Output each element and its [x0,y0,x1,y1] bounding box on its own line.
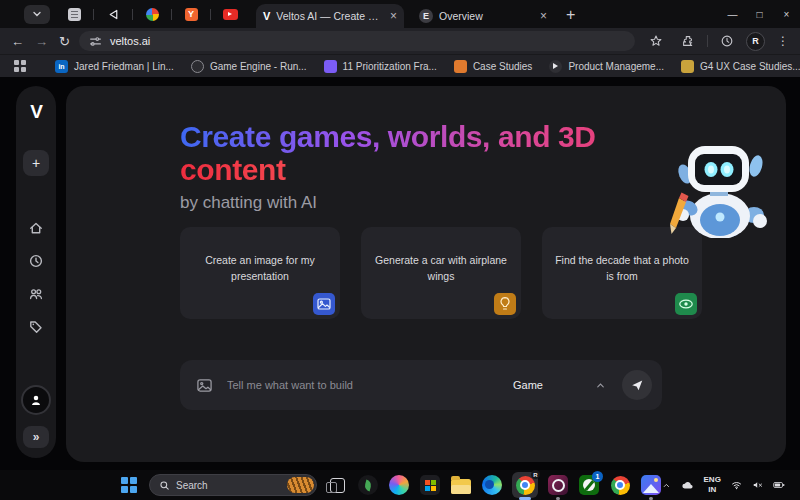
attach-image-icon[interactable] [196,377,213,394]
suggestion-card-decade[interactable]: Find the decade that a photo is from [542,227,702,319]
windows-taskbar: Search R 1 EN [0,470,800,500]
prompt-input[interactable] [225,378,513,392]
product-management-icon [549,60,562,73]
pinned-tabs: Y [60,0,244,28]
user-avatar[interactable] [21,385,51,415]
tab-title: Veltos AI — Create Games & 3... [276,10,384,22]
bookmark-item[interactable]: Game Engine - Run... [191,60,307,73]
system-tray: ENGIN 21:24 29-07-2025 [662,467,800,500]
speaker-muted-icon[interactable] [752,479,763,491]
community-icon[interactable] [28,286,44,302]
minimize-button[interactable]: — [719,9,746,20]
forward-button[interactable]: → [35,34,48,49]
prompt-composer[interactable]: Game [180,360,662,410]
linkedin-icon: in [55,60,68,73]
bookmark-item[interactable]: Product Manageme... [549,60,664,73]
clock[interactable]: 21:24 29-07-2025 [795,467,800,500]
close-tab-icon[interactable]: × [540,10,547,22]
overview-favicon: E [419,9,433,23]
new-tab-button[interactable]: + [566,6,575,24]
profile-avatar[interactable]: R [746,32,765,51]
url-text: veltos.ai [110,35,150,47]
back-button[interactable]: ← [11,34,24,49]
xbox-notification-badge: 1 [592,471,603,482]
task-view-button[interactable] [326,474,348,496]
bookmark-item[interactable]: 11 Prioritization Fra... [324,60,437,73]
tab-title: Overview [439,10,534,22]
new-project-button[interactable]: + [23,150,49,176]
gallery-app-icon[interactable] [640,474,662,496]
pinned-tab-youtube[interactable] [216,0,244,28]
eye-icon [675,293,697,315]
home-icon[interactable] [28,220,44,236]
suggestion-card-image[interactable]: Create an image for my presentation [180,227,340,319]
suggestion-card-generate[interactable]: Generate a car with airplane wings [361,227,521,319]
apps-grid-icon[interactable] [14,60,26,72]
main-panel: Create games, worlds, and 3D content by … [66,86,786,462]
desktop-screen: Y V Veltos AI — Create Games & 3... × E … [0,0,800,500]
chevron-up-icon[interactable] [595,380,606,391]
veltos-favicon: V [263,10,270,22]
search-placeholder: Search [176,480,287,491]
tune-icon [89,35,102,48]
triangle-icon [107,8,120,21]
chrome-secondary-icon[interactable] [609,474,631,496]
copilot-icon[interactable] [388,474,410,496]
prioritization-icon [324,60,337,73]
mode-selector[interactable]: Game [513,379,543,391]
bookmark-item[interactable]: G4 UX Case Studies... [681,60,800,73]
window-controls: — □ × [719,0,800,28]
file-explorer-icon[interactable] [450,474,472,496]
bookmark-item[interactable]: Case Studies [454,60,532,73]
leaf-app-icon[interactable] [357,474,379,496]
taskbar-search[interactable]: Search [149,474,317,496]
bookmarks-bar: in Jared Friedman | Lin... Game Engine -… [0,54,800,77]
history-icon[interactable] [28,253,44,269]
pinned-tab-triangle[interactable] [99,0,127,28]
language-indicator[interactable]: ENGIN [704,475,721,494]
tray-chevron-up-icon[interactable] [662,480,671,491]
chrome-active-icon[interactable]: R [512,472,538,498]
suggestion-cards: Create an image for my presentation Gene… [180,227,702,319]
battery-icon[interactable] [773,479,785,491]
wifi-icon[interactable] [731,479,742,491]
edge-icon[interactable] [481,474,503,496]
person-icon [29,393,43,407]
maximize-button[interactable]: □ [746,9,773,20]
bookmark-star-button[interactable] [649,34,663,48]
tab-veltos[interactable]: V Veltos AI — Create Games & 3... × [256,4,404,28]
close-window-button[interactable]: × [773,9,800,20]
doc-icon [68,8,81,21]
hero-section: Create games, worlds, and 3D content by … [180,120,680,213]
case-studies-icon [454,60,467,73]
tab-search-button[interactable] [24,5,50,24]
page-subtitle: by chatting with AI [180,193,680,213]
tab-overview[interactable]: E Overview × [412,4,554,28]
pinwheel-icon [146,8,159,21]
send-button[interactable] [622,370,652,400]
site-sidebar: V + » [16,86,56,458]
hackernews-icon: Y [185,8,198,21]
expand-sidebar-button[interactable]: » [23,426,49,448]
bookmark-item[interactable]: in Jared Friedman | Lin... [55,60,174,73]
camera-app-icon[interactable] [547,474,569,496]
extensions-puzzle-button[interactable] [681,34,695,48]
paper-plane-icon [630,378,644,392]
xbox-icon[interactable]: 1 [578,474,600,496]
reload-button[interactable]: ↻ [59,34,70,49]
close-tab-icon[interactable]: × [390,10,397,22]
microsoft-store-icon[interactable] [419,474,441,496]
extension-circle-button[interactable] [720,34,734,48]
address-bar[interactable]: veltos.ai [79,31,635,51]
onedrive-cloud-icon[interactable] [681,479,694,491]
image-icon [313,293,335,315]
pinned-tab-doc[interactable] [60,0,88,28]
pinned-tab-hackernews[interactable]: Y [177,0,205,28]
game-engine-icon [191,60,204,73]
search-highlight-image[interactable] [287,477,314,493]
browser-menu-button[interactable]: ⋮ [777,34,789,48]
start-button[interactable] [118,474,140,496]
pinned-tab-colorful[interactable] [138,0,166,28]
ux-case-studies-icon [681,60,694,73]
tag-icon[interactable] [28,319,44,335]
